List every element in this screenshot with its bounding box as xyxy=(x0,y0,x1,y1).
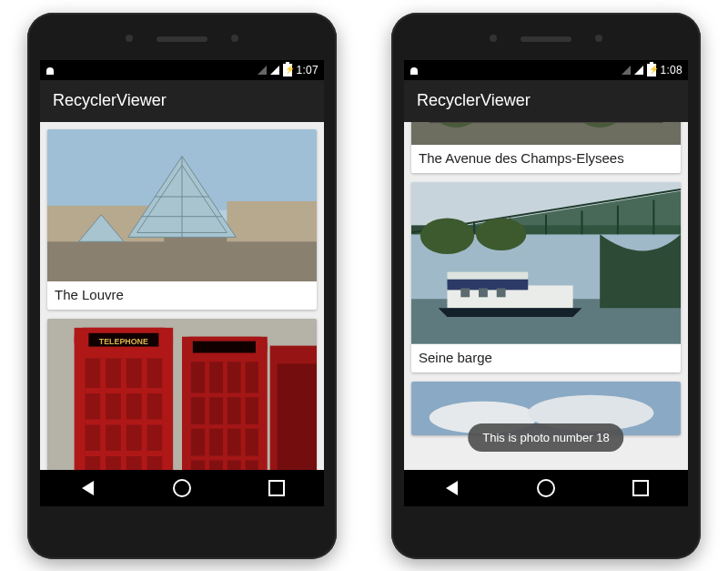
debug-icon xyxy=(410,66,419,75)
svg-marker-59 xyxy=(439,308,582,317)
svg-rect-58 xyxy=(447,272,528,280)
clock: 1:07 xyxy=(296,64,318,76)
back-button[interactable] xyxy=(62,475,113,501)
svg-rect-4 xyxy=(227,200,317,240)
phone-camera xyxy=(231,35,238,42)
home-button[interactable] xyxy=(157,475,207,501)
svg-text:TELEPHONE: TELEPHONE xyxy=(99,337,148,346)
photo-seine-barge xyxy=(411,182,681,344)
svg-rect-61 xyxy=(479,289,488,298)
svg-rect-62 xyxy=(497,289,506,298)
app-bar: RecyclerViewer xyxy=(404,80,688,122)
phone-sensor xyxy=(490,35,497,42)
svg-rect-60 xyxy=(460,289,470,298)
clock: 1:08 xyxy=(660,64,682,76)
phone-camera xyxy=(595,35,602,42)
svg-point-64 xyxy=(476,219,526,251)
app-bar: RecyclerViewer xyxy=(40,80,324,122)
home-icon xyxy=(173,479,191,497)
navigation-bar xyxy=(404,470,688,506)
signal-empty-icon xyxy=(258,66,267,75)
svg-rect-42 xyxy=(430,122,663,123)
recents-button[interactable] xyxy=(251,475,302,501)
photo-phonebooths: TELEPHONE xyxy=(47,319,317,469)
toast-message: This is photo number 18 xyxy=(468,423,623,452)
screen: ⚡ 1:07 RecyclerViewer xyxy=(40,60,324,506)
recents-icon xyxy=(268,480,285,496)
debug-icon xyxy=(46,66,55,75)
signal-empty-icon xyxy=(622,66,631,75)
list-item[interactable]: TELEPHONE xyxy=(47,319,317,469)
phone-device: ⚡ 1:08 RecyclerViewer xyxy=(391,13,701,559)
navigation-bar xyxy=(40,470,324,506)
list-item[interactable]: Seine barge xyxy=(411,182,681,372)
back-icon xyxy=(446,481,458,495)
home-button[interactable] xyxy=(521,475,571,501)
photo-caption: Seine barge xyxy=(411,344,681,372)
phone-sensor xyxy=(126,35,133,42)
back-button[interactable] xyxy=(426,475,477,501)
list-item[interactable]: The Avenue des Champs-Elysees xyxy=(411,122,681,174)
photo-caption: The Louvre xyxy=(47,281,317,310)
recycler-list[interactable]: The Louvre TELEPHONE xyxy=(40,122,324,470)
svg-point-63 xyxy=(420,219,474,254)
phone-device: ⚡ 1:07 RecyclerViewer xyxy=(27,13,337,559)
recents-button[interactable] xyxy=(615,475,666,501)
signal-icon xyxy=(634,66,643,75)
battery-charging-icon: ⚡ xyxy=(283,64,292,76)
svg-rect-26 xyxy=(193,342,256,353)
list-item[interactable]: The Louvre xyxy=(47,129,317,311)
battery-charging-icon: ⚡ xyxy=(647,64,656,76)
svg-rect-35 xyxy=(278,364,317,470)
phone-speaker xyxy=(521,36,571,42)
phone-speaker xyxy=(157,36,207,42)
back-icon xyxy=(82,481,94,495)
photo-louvre xyxy=(47,129,317,282)
home-icon xyxy=(537,479,555,497)
photo-champs-elysees xyxy=(411,122,681,146)
screen: ⚡ 1:08 RecyclerViewer xyxy=(404,60,688,506)
svg-rect-2 xyxy=(47,237,317,281)
status-bar: ⚡ 1:07 xyxy=(40,60,324,80)
photo-caption: The Avenue des Champs-Elysees xyxy=(411,145,681,173)
app-title: RecyclerViewer xyxy=(417,91,531,110)
recycler-list[interactable]: The Avenue des Champs-Elysees xyxy=(404,122,688,470)
signal-icon xyxy=(270,66,279,75)
status-bar: ⚡ 1:08 xyxy=(404,60,688,80)
recents-icon xyxy=(632,480,649,496)
app-title: RecyclerViewer xyxy=(53,91,167,110)
